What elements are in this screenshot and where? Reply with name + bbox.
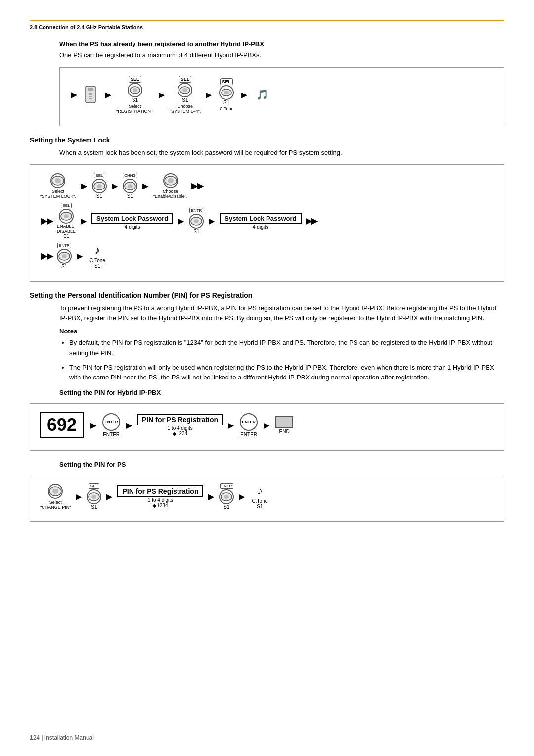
- pin-ps-for-ps-label: PIN for PS Registration: [117, 485, 203, 497]
- syslock-s1-6: S1: [94, 263, 100, 269]
- syslock-s1-2: S1: [127, 193, 133, 199]
- svg-point-19: [168, 178, 174, 183]
- double-arrow-2: ▶▶: [191, 181, 203, 190]
- registration-body: One PS can be registered to a maximum of…: [59, 50, 504, 60]
- entr-badge-2: ENTR: [57, 243, 71, 248]
- syslock-row2: ▶▶ SEL ENABLE DISABLE S1 ▶: [40, 203, 494, 239]
- svg-point-23: [194, 219, 199, 223]
- knob-svg-3: [124, 182, 136, 190]
- sel-circle-2: SEL S1 Choose"SYSTEM 1–4".: [170, 76, 201, 114]
- syslock-arrow-3: ▶: [142, 181, 148, 190]
- pin-arrow-4: ▶: [264, 421, 269, 430]
- pin-ps-label-block: PIN for PS Registration 1 to 4 digits ◆1…: [117, 485, 203, 508]
- svg-point-7: [133, 88, 137, 92]
- pin-ps-knob-1: [48, 484, 63, 499]
- svg-rect-1: [88, 88, 93, 91]
- system-lock-diagram: Select"SYSTEM LOCK". ▶ SEL S1 ▶ CHNG: [30, 164, 504, 282]
- knob-ps-svg-2: [88, 492, 100, 501]
- enable-label: ENABLE: [57, 224, 76, 229]
- enter-circle-2: ENTER ENTER: [239, 413, 259, 437]
- ctone-label: C.Tone: [89, 258, 105, 263]
- enter-label-1: ENTER: [103, 432, 120, 437]
- manual-label: Installation Manual: [44, 734, 94, 741]
- syslock-arrow-7: ▶: [209, 216, 215, 226]
- sel-circle-3: SEL S1 C.Tone: [217, 78, 236, 111]
- syslock-sel-2: SEL ENABLE DISABLE S1: [57, 203, 76, 239]
- digits-label-1: 4 digits: [125, 224, 140, 230]
- pin-label-block: PIN for PS Registration 1 to 4 digits ◆1…: [137, 414, 223, 436]
- chng-badge: CHNG: [123, 173, 137, 178]
- pin-ps-heading: Setting the PIN for PS: [59, 461, 504, 468]
- enter-icon-2: ENTER: [240, 413, 258, 431]
- note-2: The PIN for PS registration will only be…: [69, 363, 504, 383]
- pin-heading: Setting the Personal Identification Numb…: [30, 291, 504, 299]
- pin-hybrid-diagram: 692 ▶ ENTER ENTER ▶ PIN for PS Registrat…: [30, 403, 504, 451]
- pin-hybrid-heading: Setting the PIN for Hybrid IP-PBX: [59, 389, 504, 396]
- syslock-chng: CHNG S1: [123, 173, 137, 199]
- knob-svg-4: [164, 176, 177, 186]
- pin-body: To prevent registering the PS to a wrong…: [59, 303, 504, 323]
- knob-svg-7: [58, 252, 70, 261]
- syslock-knob-3: [123, 179, 137, 193]
- enter-circle-1: ENTER ENTER: [101, 413, 121, 437]
- page-footer: 124 | Installation Manual: [30, 734, 94, 741]
- system-lock-body: When a system lock has been set, the sys…: [59, 148, 504, 158]
- enable-disable-block: ENABLE DISABLE: [57, 224, 76, 234]
- end-block: END: [274, 416, 294, 434]
- pin-arrow-2: ▶: [126, 421, 132, 430]
- svg-point-11: [224, 91, 229, 94]
- ctone-block: ♪ C.Tone S1: [88, 244, 107, 269]
- pin-section: Setting the Personal Identification Numb…: [30, 291, 504, 522]
- phone-block: [81, 86, 100, 103]
- syslock-knob-4: [163, 173, 178, 188]
- svg-rect-5: [89, 98, 92, 99]
- system-lock-section: Setting the System Lock When a system lo…: [30, 136, 504, 282]
- knob-svg-1: [51, 176, 64, 186]
- syslock-knob-1: [50, 173, 65, 188]
- pin-ps-row: Select"CHANGE PIN" ▶ SEL S1 ▶ PIN for PS: [40, 483, 494, 510]
- svg-point-15: [97, 184, 102, 188]
- syslock-arrow-6: ▶: [178, 216, 184, 226]
- syslock-s1-5: S1: [61, 264, 67, 269]
- ps-knob-2: [87, 489, 101, 504]
- syslock-knob-7: [57, 249, 72, 264]
- ps-arrow-2: ▶: [106, 492, 112, 501]
- knob-icon: [130, 86, 140, 94]
- svg-point-29: [91, 495, 96, 499]
- knob-svg-5: [60, 212, 72, 221]
- ps-sel-badge: SEL: [89, 483, 99, 489]
- sel-badge-3: SEL: [220, 78, 233, 85]
- ps-entr: ENTR S1: [219, 483, 234, 510]
- registration-heading: When the PS has already been registered …: [59, 40, 504, 47]
- ps-s1-3: S1: [257, 504, 263, 509]
- double-arrow-icon: ▶: [71, 90, 77, 99]
- section-title: 2.8 Connection of 2.4 GHz Portable Stati…: [30, 24, 143, 30]
- syslock-s1-3: S1: [63, 234, 69, 239]
- sel-badge-syslock: SEL: [94, 173, 104, 178]
- syslock-arrow-8: ▶: [77, 251, 83, 261]
- syslock-knob-6: [189, 214, 204, 229]
- end-box: [275, 416, 293, 428]
- sel-badge-1: SEL: [129, 76, 141, 83]
- notes-list: By default, the PIN for PS registration …: [69, 338, 504, 383]
- enter-label-2: ENTER: [240, 432, 257, 437]
- svg-point-21: [64, 214, 69, 218]
- syslock-entr-2: ENTR S1: [57, 243, 72, 269]
- entr-badge: ENTR: [189, 208, 203, 213]
- syslock-knob-5: [59, 209, 74, 224]
- enter-text-1: ENTER: [105, 420, 118, 424]
- knob-svg-6: [190, 217, 202, 226]
- system-lock-heading: Setting the System Lock: [30, 136, 504, 144]
- knob-ps-svg: [49, 486, 62, 496]
- disable-label: DISABLE: [57, 229, 76, 234]
- ps-ctone-block: ♪ C.Tone S1: [250, 484, 269, 509]
- diagram-row-1: ▶ ▶ SEL: [70, 76, 494, 114]
- handset-icon: 🎵: [256, 89, 268, 100]
- syslock-row1: Select"SYSTEM LOCK". ▶ SEL S1 ▶ CHNG: [40, 173, 494, 199]
- notes-title: Notes: [59, 328, 504, 335]
- syslock-arrow-2: ▶: [112, 181, 118, 190]
- pin-for-ps-label: PIN for PS Registration: [137, 414, 223, 425]
- system-lock-password-1: System Lock Password: [91, 213, 173, 224]
- syslock-s1-1: S1: [96, 193, 102, 199]
- enter-icon-1: ENTER: [102, 413, 120, 431]
